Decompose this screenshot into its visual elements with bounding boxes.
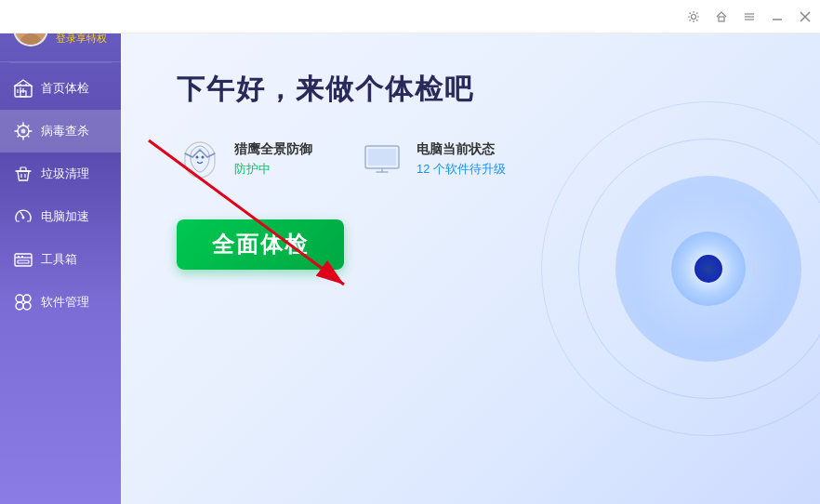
svg-rect-1 xyxy=(719,17,724,21)
computer-icon xyxy=(359,136,405,182)
software-nav-icon xyxy=(13,292,33,312)
antivirus-subtitle: 防护中 xyxy=(234,161,312,178)
sidebar-item-software[interactable]: 软件管理 xyxy=(0,281,121,324)
speed-nav-icon xyxy=(13,206,33,227)
svg-rect-33 xyxy=(368,149,396,166)
close-icon[interactable] xyxy=(798,9,813,24)
home-icon[interactable] xyxy=(714,9,729,24)
computer-subtitle: 12 个软件待升级 xyxy=(417,161,506,178)
svg-point-31 xyxy=(202,156,205,159)
svg-point-0 xyxy=(692,14,696,19)
title-bar-controls xyxy=(686,9,813,24)
main-content: 下午好，来做个体检吧 猎鹰全景防御 防护中 xyxy=(121,33,820,504)
clean-nav-icon xyxy=(13,164,33,184)
sidebar-item-virus[interactable]: 病毒查杀 xyxy=(0,110,121,153)
svg-point-27 xyxy=(16,302,23,310)
bg-circle-inner xyxy=(615,176,801,362)
minimize-icon[interactable] xyxy=(770,9,785,24)
computer-title: 电脑当前状态 xyxy=(417,141,506,158)
svg-rect-24 xyxy=(18,260,29,263)
full-check-button[interactable]: 全面体检 xyxy=(177,219,344,270)
sidebar-item-speed-label: 电脑加速 xyxy=(41,208,89,225)
status-card-computer: 电脑当前状态 12 个软件待升级 xyxy=(359,136,506,182)
sidebar-item-home-label: 首页体检 xyxy=(41,80,89,97)
bg-decoration xyxy=(541,101,820,436)
svg-point-26 xyxy=(23,295,31,302)
sidebar-item-tools-label: 工具箱 xyxy=(41,251,77,268)
sidebar-item-clean-label: 垃圾清理 xyxy=(41,166,89,182)
sidebar-item-clean[interactable]: 垃圾清理 xyxy=(0,153,121,195)
svg-point-30 xyxy=(196,156,199,159)
sidebar-item-software-label: 软件管理 xyxy=(41,294,89,311)
svg-rect-23 xyxy=(21,256,23,258)
svg-rect-22 xyxy=(18,256,20,258)
menu-icon[interactable] xyxy=(742,9,757,24)
greeting-text: 下午好，来做个体检吧 xyxy=(177,71,474,109)
bg-circle-eye xyxy=(671,232,746,306)
title-bar xyxy=(0,0,820,33)
virus-nav-icon xyxy=(13,121,33,141)
antivirus-icon xyxy=(177,136,223,182)
antivirus-text: 猎鹰全景防御 防护中 xyxy=(234,141,312,178)
svg-point-25 xyxy=(16,295,23,302)
sidebar-item-virus-label: 病毒查杀 xyxy=(41,123,89,139)
sidebar-item-home[interactable]: 首页体检 xyxy=(0,67,121,110)
home-nav-icon xyxy=(13,78,33,99)
svg-point-28 xyxy=(23,302,31,310)
computer-text: 电脑当前状态 12 个软件待升级 xyxy=(417,141,506,178)
nav-items: 首页体检 病毒查杀 xyxy=(0,63,121,504)
svg-point-17 xyxy=(22,217,25,219)
tools-nav-icon xyxy=(13,249,33,270)
status-cards: 猎鹰全景防御 防护中 电脑当前状态 12 个软件待升级 xyxy=(177,136,506,182)
bg-circle-pupil xyxy=(694,255,722,283)
status-card-antivirus: 猎鹰全景防御 防护中 xyxy=(177,136,312,182)
sidebar-item-speed[interactable]: 电脑加速 xyxy=(0,195,121,238)
sidebar-item-tools[interactable]: 工具箱 xyxy=(0,238,121,281)
antivirus-title: 猎鹰全景防御 xyxy=(234,141,312,158)
settings-icon[interactable] xyxy=(686,9,701,24)
svg-point-14 xyxy=(21,129,26,134)
sidebar: 电脑管家 登录享特权 首页体检 xyxy=(0,0,121,504)
